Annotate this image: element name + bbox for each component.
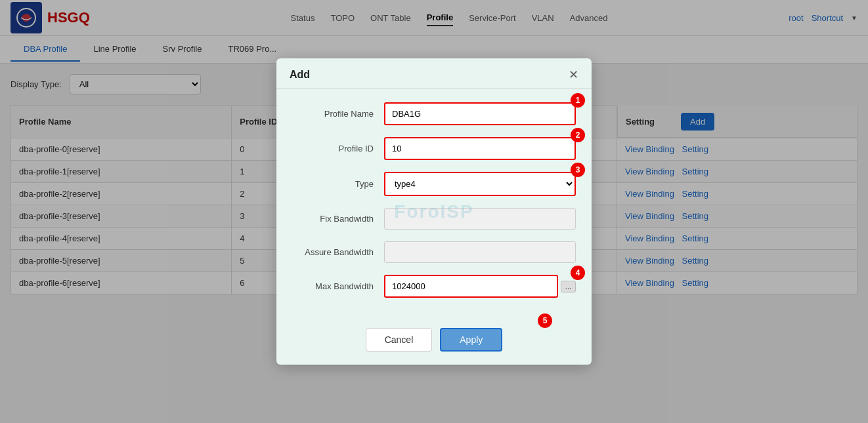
max-bandwidth-input[interactable] bbox=[384, 275, 558, 298]
profile-id-label: Profile ID bbox=[292, 144, 384, 153]
type-label: Type bbox=[292, 179, 384, 189]
profile-name-label: Profile Name bbox=[292, 109, 384, 119]
modal-title: Add bbox=[290, 69, 310, 81]
fix-bandwidth-label: Fix Bandwidth bbox=[292, 214, 384, 224]
profile-name-input[interactable] bbox=[384, 102, 576, 125]
type-select[interactable]: type4 type1 type2 type3 bbox=[384, 172, 576, 196]
fix-bandwidth-input[interactable] bbox=[384, 208, 576, 230]
step-badge-3: 3 bbox=[571, 163, 585, 177]
assure-bandwidth-label: Assure Bandwidth bbox=[292, 247, 384, 257]
step-badge-1: 1 bbox=[571, 93, 585, 108]
add-modal: Add ✕ Profile Name 1 Profile ID 2 Type t… bbox=[276, 58, 592, 305]
profile-name-row: Profile Name 1 bbox=[292, 102, 576, 125]
max-bandwidth-row: Max Bandwidth ... 4 bbox=[292, 275, 576, 298]
close-icon[interactable]: ✕ bbox=[569, 69, 578, 81]
step-badge-4: 4 bbox=[571, 266, 585, 280]
assure-bandwidth-row: Assure Bandwidth bbox=[292, 241, 576, 263]
modal-header: Add ✕ bbox=[276, 58, 592, 89]
profile-id-row: Profile ID 2 bbox=[292, 137, 576, 160]
fix-bandwidth-row: Fix Bandwidth bbox=[292, 208, 576, 230]
modal-body: Profile Name 1 Profile ID 2 Type type4 t… bbox=[276, 89, 592, 305]
max-bandwidth-label: Max Bandwidth bbox=[292, 281, 384, 291]
profile-id-input[interactable] bbox=[384, 137, 576, 160]
ellipsis-button[interactable]: ... bbox=[561, 281, 576, 292]
type-row: Type type4 type1 type2 type3 3 bbox=[292, 172, 576, 196]
step-badge-2: 2 bbox=[571, 128, 585, 142]
modal-overlay: Add ✕ Profile Name 1 Profile ID 2 Type t… bbox=[0, 0, 868, 305]
assure-bandwidth-input[interactable] bbox=[384, 241, 576, 263]
